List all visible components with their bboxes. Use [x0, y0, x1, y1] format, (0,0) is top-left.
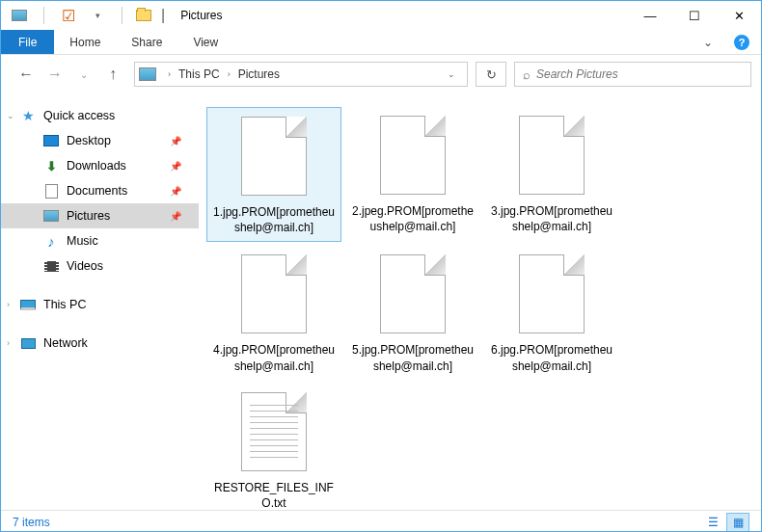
file-label: 1.jpg.PROM[prometheushelp@mail.ch]	[212, 204, 336, 235]
pc-icon	[20, 300, 36, 310]
qat-dropdown-icon[interactable]: ▾	[87, 6, 108, 25]
chevron-right-icon[interactable]: ›	[222, 69, 236, 79]
sidebar-network[interactable]: › Network	[1, 331, 199, 356]
file-label: 3.jpg.PROM[prometheushelp@mail.ch]	[490, 203, 613, 234]
details-view-button[interactable]: ☰	[701, 513, 724, 532]
sidebar-thispc[interactable]: › This PC	[1, 292, 199, 317]
sidebar-item-label: Downloads	[67, 159, 126, 173]
blank-file-icon	[373, 252, 452, 336]
chevron-down-icon[interactable]: ⌄	[7, 111, 14, 120]
chevron-right-icon[interactable]: ›	[7, 300, 10, 309]
folder-icon	[136, 10, 151, 21]
documents-icon	[45, 184, 58, 199]
tab-share[interactable]: Share	[116, 30, 177, 54]
maximize-button[interactable]: ☐	[672, 1, 717, 30]
sidebar-quick-access[interactable]: ⌄ ★ Quick access	[1, 103, 199, 128]
chevron-right-icon[interactable]: ›	[7, 338, 10, 348]
navbar: ← → ⌄ ↑ › This PC › Pictures ⌄ ↻ ⌕	[1, 55, 761, 93]
statusbar: 7 items ☰ ▦	[1, 510, 761, 532]
file-item[interactable]: RESTORE_FILES_INFO.txt	[206, 384, 341, 517]
sidebar-item-downloads[interactable]: ⬇ Downloads 📌	[1, 153, 199, 178]
blank-file-icon	[512, 113, 591, 198]
file-item[interactable]: 4.jpg.PROM[prometheushelp@mail.ch]	[206, 246, 341, 379]
up-button[interactable]: ↑	[99, 61, 126, 88]
sidebar-item-label: Music	[67, 234, 98, 248]
file-label: 4.jpg.PROM[prometheushelp@mail.ch]	[212, 342, 336, 373]
downloads-icon: ⬇	[43, 158, 59, 173]
text-file-icon	[234, 389, 313, 474]
file-item[interactable]: 6.jpg.PROM[prometheushelp@mail.ch]	[484, 246, 619, 379]
file-label: 2.jpeg.PROM[prometheushelp@mail.ch]	[351, 203, 475, 234]
address-bar[interactable]: › This PC › Pictures ⌄	[134, 62, 468, 87]
item-count: 7 items	[13, 516, 50, 529]
file-item[interactable]: 2.jpeg.PROM[prometheushelp@mail.ch]	[345, 107, 480, 242]
file-label: 6.jpg.PROM[prometheushelp@mail.ch]	[490, 342, 613, 373]
music-icon: ♪	[43, 233, 59, 249]
file-item[interactable]: 1.jpg.PROM[prometheushelp@mail.ch]	[206, 107, 341, 242]
sidebar-item-music[interactable]: ♪ Music	[1, 228, 199, 253]
sidebar-label: This PC	[43, 298, 86, 311]
blank-file-icon	[373, 113, 452, 198]
pin-icon: 📌	[170, 161, 181, 172]
refresh-button[interactable]: ↻	[476, 62, 506, 87]
sidebar-label: Network	[43, 336, 88, 350]
ribbon: File Home Share View ⌄ ?	[1, 30, 761, 55]
sidebar-item-label: Pictures	[67, 209, 110, 223]
desktop-icon	[43, 135, 59, 146]
pin-icon: 📌	[170, 136, 181, 146]
chevron-right-icon[interactable]: ›	[162, 69, 177, 79]
sidebar-item-label: Desktop	[67, 134, 111, 147]
minimize-button[interactable]: —	[628, 1, 672, 30]
location-icon	[139, 67, 156, 81]
forward-button[interactable]: →	[41, 61, 68, 88]
file-label: 5.jpg.PROM[prometheushelp@mail.ch]	[351, 342, 475, 373]
sidebar: ⌄ ★ Quick access Desktop 📌 ⬇ Downloads 📌…	[1, 93, 199, 510]
file-label: RESTORE_FILES_INFO.txt	[212, 480, 336, 511]
address-history-icon[interactable]: ⌄	[440, 69, 463, 79]
sidebar-item-videos[interactable]: Videos	[1, 253, 199, 279]
star-icon: ★	[20, 108, 36, 123]
sidebar-item-desktop[interactable]: Desktop 📌	[1, 128, 199, 153]
blank-file-icon	[234, 114, 313, 199]
icons-view-button[interactable]: ▦	[726, 513, 749, 532]
file-item[interactable]: 3.jpg.PROM[prometheushelp@mail.ch]	[484, 107, 619, 242]
sidebar-item-label: Documents	[67, 184, 127, 198]
sidebar-label: Quick access	[43, 109, 115, 122]
sidebar-item-pictures[interactable]: Pictures 📌	[1, 203, 199, 228]
pictures-icon	[43, 210, 59, 222]
explorer-icon[interactable]	[9, 6, 30, 25]
ribbon-expand-icon[interactable]: ⌄	[694, 30, 722, 54]
qat-check-icon[interactable]: ☑	[58, 6, 79, 25]
pin-icon: 📌	[170, 211, 181, 222]
close-button[interactable]: ✕	[717, 1, 761, 30]
file-item[interactable]: 5.jpg.PROM[prometheushelp@mail.ch]	[345, 246, 480, 379]
quick-access-toolbar: ☑ ▾ | Pictures	[9, 6, 223, 25]
window-title: Pictures	[180, 9, 222, 22]
sidebar-item-label: Videos	[67, 259, 103, 273]
window-controls: — ☐ ✕	[628, 1, 761, 30]
videos-icon	[44, 261, 59, 272]
search-box[interactable]: ⌕	[514, 62, 751, 87]
file-tab[interactable]: File	[1, 30, 54, 54]
search-input[interactable]	[536, 67, 743, 81]
recent-dropdown-icon[interactable]: ⌄	[70, 61, 97, 88]
back-button[interactable]: ←	[13, 61, 40, 88]
titlebar: ☑ ▾ | Pictures — ☐ ✕	[1, 1, 761, 30]
file-grid[interactable]: 1.jpg.PROM[prometheushelp@mail.ch]2.jpeg…	[199, 93, 761, 510]
pin-icon: 📌	[170, 186, 181, 197]
blank-file-icon	[512, 252, 591, 336]
network-icon	[21, 338, 36, 349]
breadcrumb-thispc[interactable]: This PC	[177, 67, 222, 81]
breadcrumb-pictures[interactable]: Pictures	[236, 67, 282, 81]
blank-file-icon	[234, 252, 313, 336]
tab-home[interactable]: Home	[54, 30, 116, 54]
help-button[interactable]: ?	[722, 30, 761, 54]
sidebar-item-documents[interactable]: Documents 📌	[1, 178, 199, 203]
search-icon: ⌕	[523, 67, 531, 82]
tab-view[interactable]: View	[177, 30, 233, 54]
